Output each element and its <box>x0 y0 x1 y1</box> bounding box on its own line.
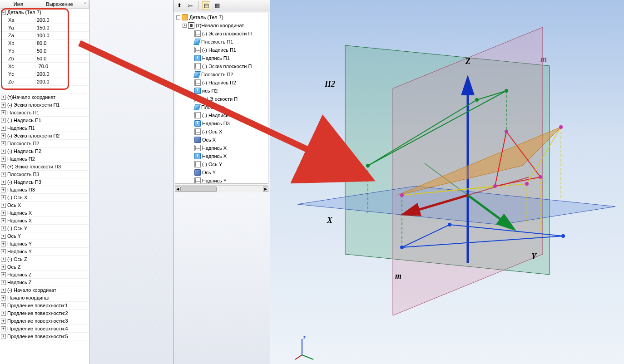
tree-item[interactable]: · Ось Y <box>175 168 268 177</box>
var-tree-row[interactable]: + (-) Ось Y <box>0 225 89 232</box>
expand-icon[interactable]: + <box>1 141 6 146</box>
var-title-row[interactable]: − Деталь (Тел-7) <box>0 9 89 16</box>
var-tree-row[interactable]: + Надпись Y <box>0 240 89 248</box>
tree-btn-4[interactable]: ▦ <box>213 1 221 10</box>
expand-icon[interactable]: + <box>183 24 187 28</box>
expand-icon[interactable]: + <box>1 265 6 270</box>
expand-icon[interactable]: + <box>1 257 6 262</box>
tree-item[interactable]: · Надпись П1 <box>175 54 268 62</box>
var-row[interactable]: Zb 50.0 <box>0 55 89 63</box>
expand-icon[interactable]: + <box>1 195 6 200</box>
var-value[interactable]: 80.0 <box>35 40 89 46</box>
tree-root[interactable]: − Деталь (Тел-7) <box>175 13 268 21</box>
var-row[interactable]: Xc -70.0 <box>0 63 89 70</box>
tree-item[interactable]: · (+) Э оскости П <box>175 95 268 103</box>
expand-icon[interactable]: + <box>1 95 6 100</box>
var-tree-row[interactable]: + (-) Ось Z <box>0 256 89 263</box>
expand-icon[interactable]: + <box>1 118 6 123</box>
var-value[interactable]: 50.0 <box>35 48 89 54</box>
var-tree-row[interactable]: + (-) Эскиз плоскости П2 <box>0 132 89 140</box>
tree-item[interactable]: · Надпись X <box>175 152 268 160</box>
var-value[interactable]: 200.0 <box>35 79 89 84</box>
var-tree-row[interactable]: + (-) Надпись П2 <box>0 148 89 155</box>
scroll-left-icon[interactable]: ◀ <box>175 187 180 192</box>
tree-btn-2[interactable]: ≔ <box>186 1 194 10</box>
var-row[interactable]: Zc 200.0 <box>0 78 89 86</box>
expand-icon[interactable]: + <box>1 211 6 216</box>
var-tree-row[interactable]: + (-) Надпись П1 <box>0 117 89 124</box>
expand-icon[interactable]: + <box>1 133 6 138</box>
tree-item[interactable]: · (-) Эскиз плоскости П <box>175 62 268 70</box>
expand-icon[interactable]: + <box>1 164 6 169</box>
expand-icon[interactable]: + <box>1 272 6 277</box>
expand-icon[interactable]: + <box>1 234 6 239</box>
tree-item[interactable]: · (-) Ось Y <box>175 160 268 168</box>
tree-item[interactable]: · Ось X <box>175 136 268 144</box>
col-expr[interactable]: Выражение <box>37 0 82 8</box>
var-tree-row[interactable]: + Продление поверхности:4 <box>0 325 89 333</box>
var-tree-row[interactable]: + Ось Z <box>0 263 89 271</box>
tree-item[interactable]: · (-) Ось X <box>175 128 268 136</box>
var-tree-row[interactable]: + (-) Ось X <box>0 194 89 202</box>
expand-icon[interactable]: + <box>1 295 6 300</box>
var-tree-row[interactable]: + Ось X <box>0 202 89 209</box>
var-tree-row[interactable]: + Продление поверхности:5 <box>0 333 89 340</box>
expand-icon[interactable]: + <box>1 334 6 339</box>
tree-item[interactable]: · (-) Надпись П2 <box>175 79 268 87</box>
tree-item[interactable]: · Надпись Y <box>175 177 268 184</box>
tree-item[interactable]: · Надпись X <box>175 144 268 152</box>
scroll-right-icon[interactable]: ▶ <box>263 187 268 192</box>
col-up[interactable]: ^ <box>82 0 89 8</box>
tree-item[interactable]: · (-) Надпись П1 <box>175 46 268 54</box>
tree-item[interactable]: · Надпись П3 <box>175 119 268 128</box>
tree-hscroll[interactable]: ◀ ▶ <box>175 185 268 192</box>
var-tree-row[interactable]: + (т)Начало координат <box>0 93 89 101</box>
var-tree-row[interactable]: + Плоскость П3 <box>0 171 89 178</box>
expand-icon[interactable]: + <box>1 249 6 254</box>
tree-item[interactable]: · (-) Надпись П3 <box>175 111 268 119</box>
var-row[interactable]: Xb 80.0 <box>0 39 89 47</box>
expand-icon[interactable]: + <box>1 311 6 316</box>
var-tree-row[interactable]: + Ось Y <box>0 232 89 240</box>
expand-icon[interactable]: + <box>1 326 6 331</box>
var-row[interactable]: Ya 150.0 <box>0 24 89 32</box>
var-tree-row[interactable]: + (-) Начало координат <box>0 286 89 294</box>
expand-icon[interactable]: + <box>1 172 6 177</box>
expand-icon[interactable]: + <box>1 157 6 162</box>
var-tree-row[interactable]: + Плоскость П2 <box>0 140 89 148</box>
var-tree-row[interactable]: + Надпись П2 <box>0 155 89 163</box>
var-tree-row[interactable]: + (-) Эскиз плоскости П1 <box>0 101 89 109</box>
var-tree-row[interactable]: + Надпись П1 <box>0 124 89 132</box>
var-tree-row[interactable]: + Надпись Z <box>0 279 89 286</box>
tree-item[interactable]: · ись П2 <box>175 87 268 95</box>
var-tree-row[interactable]: + Надпись X <box>0 217 89 225</box>
expand-icon[interactable]: + <box>1 203 6 208</box>
var-tree-row[interactable]: + (+) Эскиз плоскости П3 <box>0 163 89 171</box>
tree-item[interactable]: · (-) Эскиз плоскости П <box>175 30 268 38</box>
orientation-gizmo[interactable]: z <box>293 334 320 362</box>
var-tree-row[interactable]: + Надпись Y <box>0 248 89 256</box>
tree-btn-1[interactable]: ⬍ <box>175 1 183 10</box>
var-value[interactable]: 200.0 <box>35 71 89 77</box>
expand-icon[interactable]: + <box>1 126 6 131</box>
collapse-icon[interactable]: − <box>176 15 180 20</box>
expand-icon[interactable]: + <box>1 187 6 192</box>
expand-icon[interactable]: + <box>1 241 6 246</box>
expand-icon[interactable]: + <box>1 288 6 293</box>
expand-icon[interactable]: + <box>1 303 6 308</box>
var-tree-row[interactable]: + Плоскость П1 <box>0 109 89 117</box>
tree-btn-3[interactable]: ▤ <box>202 1 210 10</box>
tree-item[interactable]: · Плоскость П1 <box>175 38 268 46</box>
var-value[interactable]: 50.0 <box>35 56 89 61</box>
var-tree-row[interactable]: + (-) Надпись П3 <box>0 178 89 186</box>
collapse-icon[interactable]: − <box>1 10 6 15</box>
expand-icon[interactable]: + <box>1 110 6 115</box>
col-name[interactable]: Имя <box>0 0 37 8</box>
var-tree-row[interactable]: + Начало координат <box>0 294 89 302</box>
expand-icon[interactable]: + <box>1 319 6 324</box>
var-value[interactable]: 150.0 <box>35 25 89 30</box>
expand-icon[interactable]: + <box>1 226 6 231</box>
var-row[interactable]: Yb 50.0 <box>0 47 89 55</box>
expand-icon[interactable]: + <box>1 103 6 108</box>
var-value[interactable]: 100.0 <box>35 33 89 38</box>
